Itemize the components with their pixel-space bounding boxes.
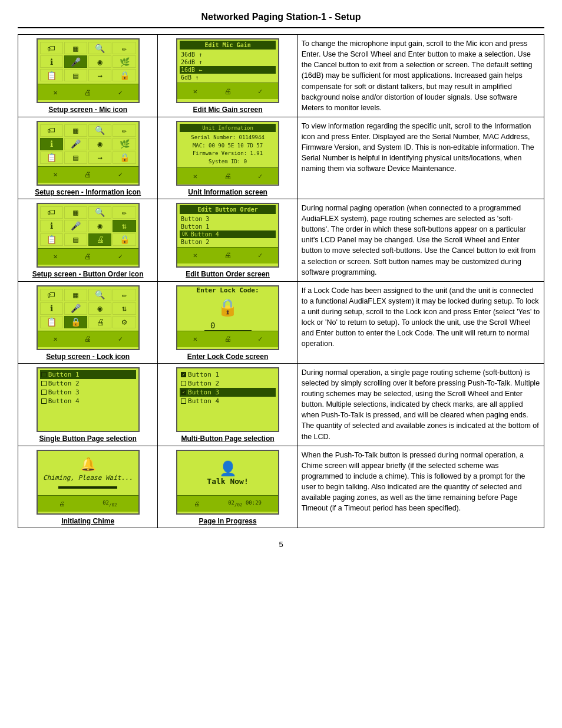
cancel-icon-mic: ✕ [193, 87, 197, 95]
chime-progress-bar [58, 486, 117, 489]
table-row: 🏷 ▦ 🔍 ✏ ℹ 🎤 ◉ ⇅ 📋 🔒 🖨 ⚙ ✕ 🖨 ✓ [18, 281, 544, 363]
single-button-lcd: Button 1 Button 2 Button 3 Button 4 🖨 01… [37, 367, 140, 432]
edit-mic-gain-lcd: Edit Mic Gain 36dB ↑ 26dB ↑ 16dB ← 6dB ↑… [176, 38, 279, 103]
table-row: 🔔 Chiming, Please Wait... 🖨 02/02 Initia… [18, 446, 544, 528]
table-row: Button 1 Button 2 Button 3 Button 4 🖨 01… [18, 363, 544, 446]
table-row: 🏷 ▦ 🔍 ✏ ℹ 🎤 ◉ ⇅ 📋 ▤ 🖨 🔒 ✕ 🖨 ✓ [18, 199, 544, 281]
icon-info-4: ℹ [40, 302, 63, 315]
printer-icon-2: 🖨 [84, 170, 91, 179]
right-label-4: Enter Lock Code screen [161, 353, 293, 361]
unit-info-title: Unit Information [180, 124, 276, 133]
icon-leaf-2: 🌿 [113, 138, 135, 150]
icon-extra-4: ⚙ [113, 316, 135, 328]
single-btn-1: Button 1 [40, 370, 136, 379]
single-button-list: Button 1 Button 2 Button 3 Button 4 [38, 368, 138, 431]
icon-search-4: 🔍 [88, 289, 111, 301]
icon-lock2-2: 🔒 [113, 151, 135, 164]
printer-icon-1: 🖨 [84, 88, 91, 97]
confirm-icon-2: ✓ [118, 170, 123, 179]
cancel-icon-4: ✕ [53, 335, 57, 343]
left-screen-cell-2: 🏷 ▦ 🔍 ✏ ℹ 🎤 ◉ 🌿 📋 ▤ → 🔒 ✕ 🖨 ✓ [18, 117, 158, 199]
printer-icon-6: 🖨 [59, 500, 65, 507]
setup-lock-lcd: 🏷 ▦ 🔍 ✏ ℹ 🎤 ◉ ⇅ 📋 🔒 🖨 ⚙ ✕ 🖨 ✓ [37, 285, 140, 350]
lcd-bottom-bar-info: ✕ 🖨 ✓ [177, 167, 278, 184]
gain-36: 36dB ↑ [180, 51, 276, 58]
lcd-bottom-bar-t6: 🖨 02/02 00:29 [177, 495, 278, 512]
icon-info: ℹ [40, 55, 63, 68]
unit-info-content: Unit Information Serial Number: 01149944… [177, 122, 278, 168]
printer-icon-4: 🖨 [84, 335, 91, 343]
right-label-1: Edit Mic Gain screen [161, 106, 293, 114]
chime-content: 🔔 Chiming, Please Wait... [38, 451, 138, 495]
multi-btn-2: Button 2 [180, 379, 276, 388]
chime-lcd: 🔔 Chiming, Please Wait... 🖨 02/02 [37, 450, 140, 515]
icon-info-3: ℹ [40, 220, 63, 232]
lock-icon-display: 🔒 [217, 298, 238, 317]
confirm-icon-4: ✓ [118, 335, 123, 343]
btn-order-2-highlighted: Button 2 [180, 238, 276, 246]
confirm-icon-3: ✓ [118, 252, 123, 261]
multi-button-list: ✓ Button 1 Button 2 ✓ Button 3 Button 4 [177, 368, 278, 431]
button-order-menu: Edit Button Order Button 3 Button 1 OK B… [177, 204, 278, 247]
icon-order-4: ⇅ [113, 302, 135, 315]
icon-grid2-2: ▤ [64, 151, 87, 164]
left-screen-cell-6: 🔔 Chiming, Please Wait... 🖨 02/02 Initia… [18, 446, 158, 528]
left-label-1: Setup screen - Mic icon [22, 106, 154, 114]
desc-cell-3: During normal paging operation (when con… [297, 199, 544, 281]
multi-btn-4: Button 4 [180, 397, 276, 406]
zone-time-t6: 02/02 00:29 [228, 500, 262, 508]
printer-icon-3: 🖨 [84, 252, 91, 261]
left-label-2: Setup screen - Information icon [22, 188, 154, 196]
zone-count-6: 02/02 [103, 500, 117, 508]
lcd-bottom-bar-4: ✕ 🖨 ✓ [38, 331, 138, 347]
icon-leaf: 🌿 [113, 55, 135, 68]
icon-lock2: 🔒 [113, 69, 135, 81]
icon-mic-highlighted: 🎤 [64, 55, 87, 68]
lock-code-content: Enter Lock Code: 🔒 0______ [177, 286, 278, 331]
right-screen-cell-5: ✓ Button 1 Button 2 ✓ Button 3 Button 4 … [158, 363, 297, 446]
talk-now-lcd: 👤 Talk Now! 🖨 02/02 00:29 [176, 450, 279, 515]
lcd-bottom-bar-5: 🖨 01/01 ✓ [38, 431, 138, 432]
icon-arrow-2: → [88, 151, 111, 164]
icon-circle-2: ◉ [88, 138, 111, 150]
confirm-icon-info: ✓ [258, 172, 262, 180]
desc-cell-1: To change the microphone input gain, scr… [297, 35, 544, 117]
icon-printer-4: 🖨 [88, 316, 111, 328]
confirm-icon-lock: ✓ [258, 335, 262, 343]
ok-badge: OK [181, 232, 189, 237]
icon-grid2-3: ▤ [64, 233, 87, 246]
icon-doc-3: 📋 [40, 233, 63, 246]
icon-tag-3: 🏷 [40, 206, 63, 219]
gain-16-selected: 16dB ← [180, 66, 276, 74]
left-screen-cell-1: 🏷 ▦ 🔍 ✏ ℹ 🎤 ◉ 🌿 📋 ▤ → 🔒 ✕ 🖨 ✓ [18, 35, 158, 117]
mic-gain-menu: Edit Mic Gain 36dB ↑ 26dB ↑ 16dB ← 6dB ↑ [177, 39, 278, 83]
left-label-4: Setup screen - Lock icon [22, 353, 154, 361]
icon-tag-2: 🏷 [40, 124, 63, 137]
cancel-icon-2: ✕ [53, 170, 57, 179]
multi-btn-3: ✓ Button 3 [180, 388, 276, 397]
checkbox-1 [41, 372, 47, 377]
icon-search-2: 🔍 [88, 124, 111, 137]
desc-cell-2: To view information regarding the specif… [297, 117, 544, 199]
icon-grid-4: ▦ [64, 289, 87, 301]
unit-info-lcd: Unit Information Serial Number: 01149944… [176, 121, 279, 186]
confirm-icon-mic: ✓ [258, 87, 262, 95]
right-label-3: Edit Button Order screen [161, 270, 293, 278]
icon-search-3: 🔍 [88, 206, 111, 219]
right-label-6: Page In Progress [161, 517, 293, 525]
right-label-2: Unit Information screen [161, 188, 293, 196]
left-screen-cell-5: Button 1 Button 2 Button 3 Button 4 🖨 01… [18, 363, 158, 446]
single-btn-4: Button 4 [40, 397, 136, 406]
right-label-5: Multi-Button Page selection [161, 434, 293, 443]
talk-content: 👤 Talk Now! [177, 451, 278, 495]
lcd-bottom-bar-lock: ✕ 🖨 ✓ [177, 331, 278, 347]
lcd-bottom-bar-6: 🖨 02/02 [38, 495, 138, 512]
checkbox-m4 [181, 398, 186, 404]
icon-search: 🔍 [88, 42, 111, 54]
icon-pencil-3: ✏ [113, 206, 135, 219]
icon-doc: 📋 [40, 69, 63, 81]
person-icon-display: 👤 [219, 460, 237, 477]
right-screen-cell-1: Edit Mic Gain 36dB ↑ 26dB ↑ 16dB ← 6dB ↑… [158, 35, 297, 117]
setup-button-lcd: 🏷 ▦ 🔍 ✏ ℹ 🎤 ◉ ⇅ 📋 ▤ 🖨 🔒 ✕ 🖨 ✓ [37, 203, 140, 268]
icon-tag-4: 🏷 [40, 289, 63, 301]
